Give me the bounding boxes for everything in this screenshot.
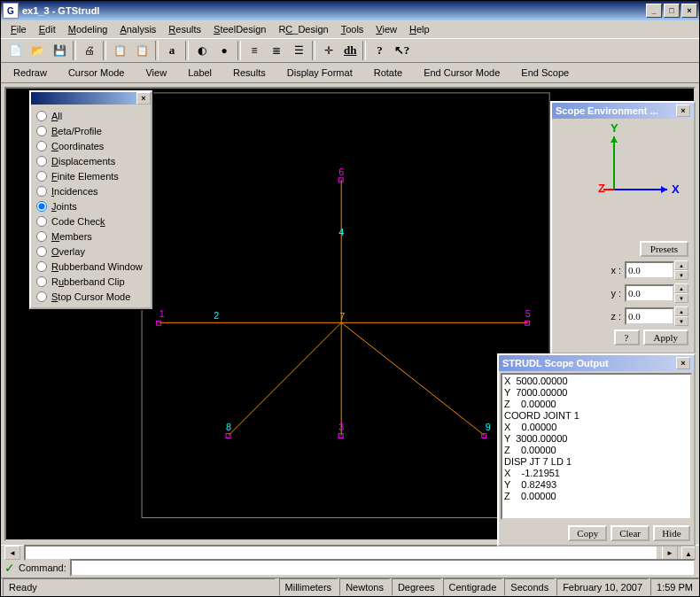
menu-help[interactable]: Help bbox=[403, 22, 436, 36]
x-label: x : bbox=[611, 265, 621, 275]
opt-beta[interactable]: Beta/Profile bbox=[36, 123, 145, 138]
help-button[interactable]: ? bbox=[614, 330, 640, 345]
popup-close-icon[interactable]: × bbox=[136, 92, 151, 105]
menu-steel[interactable]: SteelDesign bbox=[207, 22, 272, 36]
status-ready: Ready bbox=[3, 578, 276, 596]
separator bbox=[362, 41, 366, 60]
opt-members[interactable]: Members bbox=[36, 229, 145, 244]
separator bbox=[73, 41, 76, 60]
maximize-button[interactable]: □ bbox=[664, 4, 680, 18]
close-button[interactable]: × bbox=[681, 4, 697, 18]
z-down-icon[interactable]: ▼ bbox=[674, 316, 688, 326]
opt-overlay[interactable]: Overlay bbox=[36, 244, 145, 259]
tb-end-cursor[interactable]: End Cursor Mode bbox=[415, 66, 509, 80]
new-icon[interactable]: 📄 bbox=[4, 40, 26, 61]
hist-right-icon[interactable]: ► bbox=[662, 546, 678, 560]
tb-label[interactable]: Label bbox=[179, 66, 221, 80]
menu-rc[interactable]: RC_Design bbox=[272, 22, 334, 36]
context-help-icon[interactable]: ↖? bbox=[391, 40, 412, 61]
scope-env-close-icon[interactable]: × bbox=[676, 105, 690, 117]
tb-view[interactable]: View bbox=[136, 66, 175, 80]
opt-code[interactable]: Code Check bbox=[36, 213, 145, 229]
scope-output-text[interactable]: X 5000.00000 Y 7000.00000 Z 0.00000 COOR… bbox=[501, 373, 692, 520]
dot-icon[interactable]: ◐ bbox=[191, 40, 213, 61]
menu-modeling[interactable]: Modeling bbox=[62, 22, 114, 36]
tb-rotate[interactable]: Rotate bbox=[365, 66, 411, 80]
apply-button[interactable]: Apply bbox=[643, 330, 689, 345]
copy-button[interactable]: Copy bbox=[568, 525, 607, 541]
x-down-icon[interactable]: ▼ bbox=[674, 270, 688, 280]
menu-view[interactable]: View bbox=[369, 22, 403, 36]
toolbar-main: 📄 📂 💾 🖨 📋 📋 a ◐ ● ≡ ≣ ☰ ✛ dh ? ↖? bbox=[1, 38, 699, 63]
separator bbox=[185, 41, 189, 60]
opt-joints[interactable]: Joints bbox=[36, 198, 145, 213]
y-down-icon[interactable]: ▼ bbox=[674, 293, 688, 303]
opt-fe[interactable]: Finite Elements bbox=[36, 168, 145, 183]
separator bbox=[103, 41, 106, 60]
menu-analysis[interactable]: Analysis bbox=[113, 22, 162, 36]
tb-display-format[interactable]: Display Format bbox=[278, 66, 362, 80]
status-angle: Degrees bbox=[392, 578, 441, 596]
scope-output-panel: STRUDL Scope Output × X 5000.00000 Y 700… bbox=[497, 353, 696, 547]
minimize-button[interactable]: _ bbox=[646, 4, 662, 18]
align-left-icon[interactable]: ≡ bbox=[244, 40, 265, 61]
tb-redraw[interactable]: Redraw bbox=[4, 66, 56, 80]
z-up-icon[interactable]: ▲ bbox=[674, 306, 688, 316]
svg-text:6: 6 bbox=[338, 167, 344, 177]
window-title: ex1_3 - GTStrudl bbox=[22, 5, 644, 16]
scope-out-title: STRUDL Scope Output × bbox=[499, 355, 694, 371]
cursor-mode-popup: × All Beta/Profile Coordinates Displacem… bbox=[29, 90, 152, 309]
y-label: y : bbox=[611, 288, 621, 298]
menu-edit[interactable]: Edit bbox=[33, 22, 62, 36]
hide-button[interactable]: Hide bbox=[653, 525, 690, 541]
svg-line-4 bbox=[341, 322, 485, 435]
tb-results[interactable]: Results bbox=[224, 66, 275, 80]
opt-rbw[interactable]: Rubberband Window bbox=[36, 259, 145, 274]
opt-disp[interactable]: Displacements bbox=[36, 153, 145, 168]
tb-cursor-mode[interactable]: Cursor Mode bbox=[59, 66, 134, 80]
status-length: Millimeters bbox=[279, 578, 338, 596]
dh-icon[interactable]: dh bbox=[340, 40, 360, 61]
save-icon[interactable]: 💾 bbox=[49, 40, 70, 61]
status-force: Newtons bbox=[339, 578, 390, 596]
z-input[interactable] bbox=[625, 307, 674, 325]
opt-coords[interactable]: Coordinates bbox=[36, 138, 145, 153]
command-area: ◄ ► ▲ ✓ Command: bbox=[1, 545, 699, 578]
opt-inc[interactable]: Incidences bbox=[36, 183, 145, 198]
menu-file[interactable]: File bbox=[4, 22, 33, 36]
svg-rect-0 bbox=[142, 93, 549, 518]
opt-stop[interactable]: Stop Cursor Mode bbox=[36, 289, 145, 304]
cross-icon[interactable]: ✛ bbox=[318, 40, 339, 61]
circle-icon[interactable]: ● bbox=[214, 40, 235, 61]
popup-titlebar: × bbox=[31, 92, 151, 105]
print-icon[interactable]: 🖨 bbox=[79, 40, 100, 61]
help-icon[interactable]: ? bbox=[369, 40, 390, 61]
scope-out-close-icon[interactable]: × bbox=[676, 357, 690, 369]
y-up-icon[interactable]: ▲ bbox=[674, 283, 688, 293]
tb-end-scope[interactable]: End Scope bbox=[512, 66, 578, 80]
x-input[interactable] bbox=[625, 261, 674, 279]
hist-left-icon[interactable]: ◄ bbox=[4, 546, 20, 560]
copy-icon[interactable]: 📋 bbox=[109, 40, 130, 61]
svg-marker-21 bbox=[661, 186, 667, 193]
menu-results[interactable]: Results bbox=[162, 22, 207, 36]
y-input[interactable] bbox=[625, 284, 674, 302]
separator bbox=[312, 41, 315, 60]
svg-text:5: 5 bbox=[525, 308, 531, 319]
a-icon[interactable]: a bbox=[161, 40, 183, 61]
menu-tools[interactable]: Tools bbox=[335, 22, 370, 36]
open-icon[interactable]: 📂 bbox=[27, 40, 48, 61]
opt-all[interactable]: All bbox=[36, 108, 145, 123]
align-center-icon[interactable]: ≣ bbox=[266, 40, 287, 61]
paste-icon[interactable]: 📋 bbox=[131, 40, 152, 61]
svg-text:8: 8 bbox=[226, 422, 231, 432]
x-up-icon[interactable]: ▲ bbox=[674, 260, 688, 270]
svg-text:3: 3 bbox=[338, 422, 344, 432]
svg-text:7: 7 bbox=[339, 311, 345, 322]
command-input[interactable] bbox=[70, 559, 696, 577]
presets-button[interactable]: Presets bbox=[640, 241, 688, 257]
opt-rbc[interactable]: Rubberband Clip bbox=[36, 274, 145, 289]
z-label: z : bbox=[611, 311, 621, 322]
align-right-icon[interactable]: ☰ bbox=[288, 40, 309, 61]
clear-button[interactable]: Clear bbox=[611, 525, 649, 541]
